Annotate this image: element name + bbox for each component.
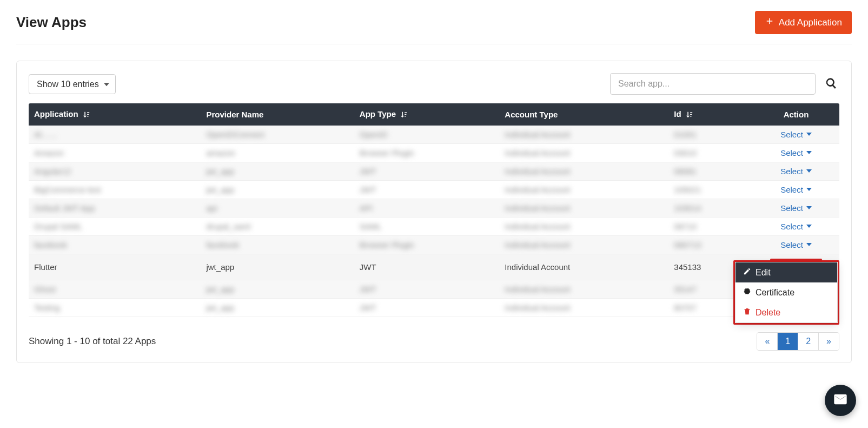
certificate-icon bbox=[743, 287, 751, 298]
add-application-button[interactable]: Add Application bbox=[755, 11, 852, 34]
cell-app: Angular12 bbox=[29, 162, 201, 180]
dropdown-certificate[interactable]: Certificate bbox=[736, 282, 837, 302]
caret-down-icon bbox=[806, 188, 812, 191]
col-apptype[interactable]: App Type bbox=[354, 103, 500, 126]
col-accounttype: Account Type bbox=[499, 103, 668, 126]
cell-apptype: API bbox=[354, 199, 500, 217]
apps-card: Show 10 entries Application bbox=[16, 61, 852, 363]
caret-down-icon bbox=[806, 243, 812, 246]
search-icon bbox=[825, 83, 837, 91]
apps-table: Application Provider Name App Type Accou… bbox=[29, 103, 839, 317]
cell-accounttype: Individual Account bbox=[499, 180, 668, 199]
page-2[interactable]: 2 bbox=[798, 333, 819, 350]
cell-accounttype: Individual Account bbox=[499, 298, 668, 317]
page-title: View Apps bbox=[16, 14, 87, 31]
cell-app: facebook bbox=[29, 235, 201, 254]
caret-down-icon bbox=[806, 151, 812, 154]
cell-app: Drupal SAML bbox=[29, 217, 201, 235]
cell-id: 080713 bbox=[668, 235, 753, 254]
table-row: Al.......OpenIDConnectOpenIDIndividual A… bbox=[29, 126, 839, 144]
table-row: Ghostjwt_appJWTIndividual Account35147Se… bbox=[29, 280, 839, 298]
dropdown-delete[interactable]: Delete bbox=[736, 302, 837, 322]
plus-icon bbox=[765, 16, 774, 29]
caret-down-icon bbox=[806, 133, 812, 136]
table-row-flutter: Flutterjwt_appJWTIndividual Account34513… bbox=[29, 254, 839, 280]
search-button[interactable] bbox=[823, 75, 839, 93]
dropdown-edit[interactable]: Edit bbox=[736, 262, 837, 282]
select-action[interactable]: Select bbox=[780, 222, 812, 231]
cell-provider: jwt_app bbox=[201, 254, 354, 280]
pagination: « 1 2 » bbox=[757, 332, 839, 351]
caret-down-icon bbox=[806, 225, 812, 228]
cell-apptype: JWT bbox=[354, 254, 500, 280]
cell-accounttype: Individual Account bbox=[499, 217, 668, 235]
table-row: Drupal SAMLdrupal_samlSAMLIndividual Acc… bbox=[29, 217, 839, 235]
cell-accounttype: Individual Account bbox=[499, 162, 668, 180]
col-provider: Provider Name bbox=[201, 103, 354, 126]
select-action[interactable]: Select bbox=[780, 130, 812, 139]
col-action: Action bbox=[753, 103, 839, 126]
caret-down-icon bbox=[806, 206, 812, 209]
cell-action: Select bbox=[753, 235, 839, 254]
cell-id: 03010 bbox=[668, 143, 753, 162]
trash-icon bbox=[743, 307, 751, 318]
cell-provider: jwt_app bbox=[201, 298, 354, 317]
cell-accounttype: Individual Account bbox=[499, 199, 668, 217]
col-application[interactable]: Application bbox=[29, 103, 201, 126]
dropdown-edit-label: Edit bbox=[756, 268, 771, 278]
cell-action: Select bbox=[753, 126, 839, 144]
cell-apptype: JWT bbox=[354, 162, 500, 180]
table-row: BigCommerce testjwt_appJWTIndividual Acc… bbox=[29, 180, 839, 199]
sort-icon bbox=[400, 110, 407, 120]
cell-action: Select bbox=[753, 143, 839, 162]
select-action[interactable]: Select bbox=[780, 185, 812, 194]
cell-apptype: JWT bbox=[354, 180, 500, 199]
cell-app: Flutter bbox=[29, 254, 201, 280]
cell-id: 08710 bbox=[668, 217, 753, 235]
table-row: AmazonamazonBrowser PluginIndividual Acc… bbox=[29, 143, 839, 162]
cell-accounttype: Individual Account bbox=[499, 254, 668, 280]
table-row: Testingjwt_appJWTIndividual Account80707… bbox=[29, 298, 839, 317]
cell-id: 103014 bbox=[668, 199, 753, 217]
cell-app: Amazon bbox=[29, 143, 201, 162]
cell-apptype: JWT bbox=[354, 298, 500, 317]
cell-provider: amazon bbox=[201, 143, 354, 162]
select-action[interactable]: Select bbox=[780, 148, 812, 157]
table-row: facebookfacebookBrowser PluginIndividual… bbox=[29, 235, 839, 254]
select-action[interactable]: Select bbox=[780, 240, 812, 249]
page-next[interactable]: » bbox=[819, 333, 839, 350]
cell-id: 08081 bbox=[668, 162, 753, 180]
select-action[interactable]: Select bbox=[780, 203, 812, 213]
cell-app: Default JWT App bbox=[29, 199, 201, 217]
sort-icon bbox=[686, 110, 693, 120]
cell-app: Al....... bbox=[29, 126, 201, 144]
cell-apptype: OpenID bbox=[354, 126, 500, 144]
cell-accounttype: Individual Account bbox=[499, 280, 668, 298]
cell-provider: facebook bbox=[201, 235, 354, 254]
table-row: Default JWT AppapiAPIIndividual Account1… bbox=[29, 199, 839, 217]
page-1[interactable]: 1 bbox=[778, 333, 798, 350]
cell-provider: jwt_app bbox=[201, 280, 354, 298]
edit-icon bbox=[743, 267, 751, 278]
cell-action: Select bbox=[753, 217, 839, 235]
cell-provider: drupal_saml bbox=[201, 217, 354, 235]
select-action[interactable]: Select bbox=[780, 167, 812, 176]
page-prev[interactable]: « bbox=[757, 333, 778, 350]
cell-action: Select bbox=[753, 162, 839, 180]
entries-select[interactable]: Show 10 entries bbox=[29, 74, 116, 94]
cell-id: 105021 bbox=[668, 180, 753, 199]
cell-accounttype: Individual Account bbox=[499, 143, 668, 162]
cell-app: Testing bbox=[29, 298, 201, 317]
cell-app: BigCommerce test bbox=[29, 180, 201, 199]
search-input[interactable] bbox=[610, 73, 816, 95]
cell-action: Select bbox=[753, 180, 839, 199]
cell-accounttype: Individual Account bbox=[499, 126, 668, 144]
cell-accounttype: Individual Account bbox=[499, 235, 668, 254]
cell-app: Ghost bbox=[29, 280, 201, 298]
cell-action: Select bbox=[753, 199, 839, 217]
cell-provider: api bbox=[201, 199, 354, 217]
cell-apptype: Browser Plugin bbox=[354, 235, 500, 254]
col-id[interactable]: Id bbox=[668, 103, 753, 126]
cell-id: 01001 bbox=[668, 126, 753, 144]
cell-provider: jwt_app bbox=[201, 180, 354, 199]
